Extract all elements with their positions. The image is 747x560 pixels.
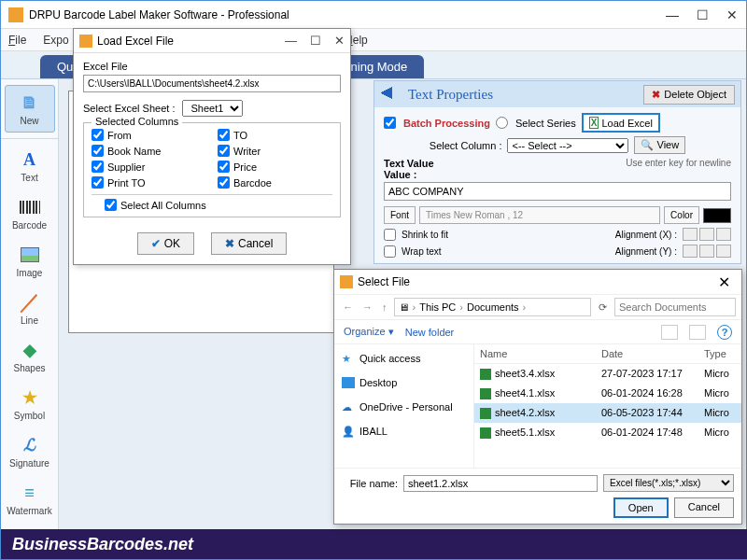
- dialog-close[interactable]: ✕: [334, 34, 345, 48]
- font-button[interactable]: Font: [384, 206, 416, 224]
- preview-pane-button[interactable]: [689, 325, 706, 340]
- dialog-minimize[interactable]: —: [285, 34, 297, 48]
- file-row[interactable]: sheet4.2.xlsx06-05-2023 17:44Micro: [474, 403, 741, 423]
- shrink-checkbox[interactable]: [384, 229, 396, 241]
- maximize-button[interactable]: ☐: [696, 8, 709, 21]
- file-dialog-icon: [340, 275, 353, 288]
- ok-button[interactable]: ✔OK: [137, 232, 194, 255]
- select-file-dialog: Select File ✕ ← → ↑ 🖥 › This PC › Docume…: [333, 269, 742, 525]
- crumb-documents[interactable]: Documents: [467, 301, 519, 313]
- file-row[interactable]: sheet5.1.xlsx06-01-2024 17:48Micro: [474, 423, 741, 442]
- tool-line-label: Line: [5, 315, 55, 326]
- col-writer[interactable]: Writer: [218, 145, 332, 157]
- batch-checkbox[interactable]: [384, 117, 396, 129]
- col-price[interactable]: Price: [218, 161, 332, 173]
- tool-image[interactable]: Image: [5, 238, 55, 284]
- file-dialog-close[interactable]: ✕: [712, 273, 736, 291]
- filetype-dropdown[interactable]: Excel files(*.xls;*.xlsx): [603, 474, 734, 492]
- tool-watermark-label: Watermark: [5, 506, 55, 516]
- open-button[interactable]: Open: [613, 497, 669, 518]
- xlsx-icon: [480, 369, 491, 380]
- col-book-name[interactable]: Book Name: [92, 145, 206, 157]
- refresh-button[interactable]: ⟳: [595, 301, 611, 314]
- dialog-maximize[interactable]: ☐: [310, 34, 321, 48]
- nav-back[interactable]: ←: [340, 301, 356, 313]
- tree-quick-access[interactable]: ★Quick access: [338, 350, 470, 367]
- xlsx-icon: [480, 408, 491, 419]
- value-label: Value :: [384, 169, 416, 180]
- image-icon: [19, 244, 41, 266]
- batch-label: Batch Processing: [403, 118, 490, 129]
- view-mode-button[interactable]: [661, 325, 678, 340]
- col-print-to[interactable]: Print TO: [92, 176, 206, 189]
- excel-path-input[interactable]: [83, 75, 341, 92]
- crumb-this-pc[interactable]: This PC: [419, 301, 456, 313]
- tree-onedrive[interactable]: ☁OneDrive - Personal: [338, 399, 470, 415]
- tool-text[interactable]: AText: [5, 143, 55, 189]
- xlsx-icon: [480, 388, 491, 399]
- text-icon: A: [19, 148, 41, 171]
- menu-export[interactable]: Expo: [43, 34, 68, 47]
- line-icon: ／: [19, 291, 41, 314]
- select-column-label: Select Column :: [430, 140, 502, 151]
- col-supplier[interactable]: Supplier: [92, 161, 206, 173]
- close-button[interactable]: ✕: [726, 8, 739, 21]
- new-folder-button[interactable]: New folder: [405, 327, 455, 338]
- tool-new[interactable]: 🗎 New: [5, 85, 55, 133]
- col-from[interactable]: From: [92, 129, 206, 141]
- organize-button[interactable]: Organize ▾: [344, 326, 394, 338]
- tool-shapes[interactable]: ◆Shapes: [5, 333, 55, 379]
- col-barcode[interactable]: Barcdoe: [218, 176, 332, 189]
- titlebar: DRPU Barcode Label Maker Software - Prof…: [1, 1, 746, 29]
- menu-file[interactable]: File: [8, 34, 26, 47]
- color-label: Color: [664, 206, 699, 224]
- file-row[interactable]: sheet4.1.xlsx06-01-2024 16:28Micro: [474, 384, 741, 403]
- col-to[interactable]: TO: [218, 129, 332, 141]
- select-series-label: Select Series: [515, 118, 576, 129]
- cancel-button[interactable]: ✖Cancel: [211, 232, 287, 255]
- nav-forward[interactable]: →: [359, 301, 375, 313]
- tool-line[interactable]: ／Line: [5, 286, 55, 331]
- help-button[interactable]: ?: [717, 325, 732, 340]
- view-button[interactable]: 🔍 View: [634, 136, 685, 154]
- search-input[interactable]: [614, 298, 736, 316]
- select-series-radio[interactable]: [496, 117, 508, 129]
- file-row[interactable]: sheet3.4.xlsx27-07-2023 17:17Micro: [474, 364, 741, 384]
- header-name[interactable]: Name: [474, 344, 596, 363]
- select-all-columns[interactable]: Select All Columns: [105, 199, 332, 211]
- select-sheet-label: Select Excel Sheet :: [83, 103, 175, 114]
- tool-text-label: Text: [5, 173, 55, 183]
- header-date[interactable]: Date: [596, 344, 698, 363]
- delete-object-button[interactable]: ✖Delete Object: [643, 85, 735, 105]
- cancel-icon: ✖: [225, 237, 234, 250]
- breadcrumb[interactable]: 🖥 › This PC › Documents ›: [394, 298, 592, 316]
- back-button[interactable]: ⯇: [374, 86, 401, 103]
- color-swatch[interactable]: [703, 208, 731, 223]
- load-excel-button[interactable]: XLoad Excel: [582, 113, 660, 133]
- font-name-display: Times New Roman , 12: [419, 206, 660, 224]
- header-type[interactable]: Type: [698, 344, 741, 363]
- tool-symbol[interactable]: ★Symbol: [5, 381, 55, 427]
- file-cancel-button[interactable]: Cancel: [674, 497, 734, 518]
- tool-symbol-label: Symbol: [5, 411, 55, 421]
- align-y-buttons[interactable]: [683, 245, 731, 258]
- sheet-dropdown[interactable]: Sheet1: [182, 100, 243, 117]
- minimize-button[interactable]: —: [666, 8, 679, 21]
- tree-user[interactable]: 👤IBALL: [338, 423, 470, 440]
- desktop-icon: [342, 377, 355, 388]
- nav-up[interactable]: ↑: [379, 301, 390, 313]
- selected-columns-box: Selected Columns From TO Book Name Write…: [83, 122, 341, 217]
- select-column-dropdown[interactable]: <-- Select -->: [507, 138, 628, 153]
- symbol-icon: ★: [19, 386, 41, 409]
- wrap-label: Wrap text: [402, 246, 442, 257]
- shrink-label: Shrink to fit: [402, 230, 448, 240]
- tool-barcode[interactable]: Barcode: [5, 190, 55, 236]
- filename-label: File name:: [342, 478, 398, 489]
- tool-signature[interactable]: ℒSignature: [5, 428, 55, 474]
- align-x-buttons[interactable]: [683, 228, 731, 241]
- tool-watermark[interactable]: ≡Watermark: [5, 476, 55, 522]
- filename-input[interactable]: [403, 475, 598, 492]
- wrap-checkbox[interactable]: [384, 245, 396, 258]
- text-value-input[interactable]: [384, 182, 731, 201]
- tree-desktop[interactable]: Desktop: [338, 374, 470, 391]
